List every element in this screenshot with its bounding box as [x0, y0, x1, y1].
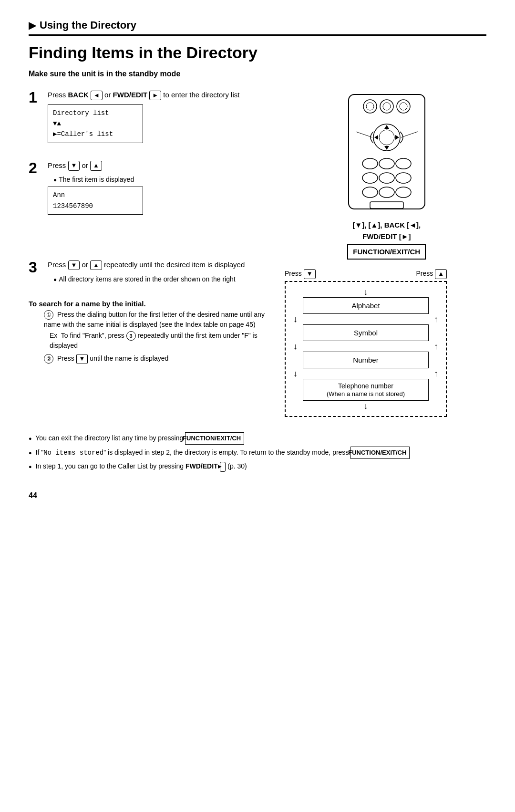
step-3: 3 Press ▼ or ▲ repeatedly until the desi… — [29, 260, 275, 286]
flow-arrow-2: ↓ — [293, 315, 298, 323]
svg-point-20 — [379, 187, 394, 198]
search-by-initial-label: To search for a name by the initial. — [29, 300, 275, 308]
step-1-content: Press BACK ◄ or FWD/EDIT ► to enter the … — [48, 90, 273, 147]
svg-rect-24 — [370, 202, 403, 208]
flow-arrow-3: ↓ — [293, 342, 298, 351]
left-column: 1 Press BACK ◄ or FWD/EDIT ► to enter th… — [29, 90, 273, 260]
button-3-sym: 3 — [126, 331, 136, 341]
svg-marker-9 — [384, 125, 389, 129]
footer-function-box-2: FUNCTION/EXIT/CH — [350, 447, 410, 459]
footer-note-2b: " is displayed in step 2, the directory … — [103, 448, 350, 456]
step-2: 2 Press ▼ or ▲ The first item is display… — [29, 160, 273, 219]
step-2-text: Press ▼ or ▲ — [48, 160, 273, 171]
header-rule — [29, 34, 486, 36]
up-button-sym: ▲ — [90, 161, 102, 171]
svg-point-21 — [396, 187, 411, 198]
svg-point-4 — [366, 103, 374, 110]
footer-function-box-1: FUNCTION/EXIT/CH — [185, 432, 244, 445]
main-content: 1 Press BACK ◄ or FWD/EDIT ► to enter th… — [29, 90, 486, 260]
footer-fwdedit-bold: FWD/EDIT — [185, 462, 218, 470]
sub-steps: ① Press the dialing button for the first… — [29, 310, 275, 364]
subtitle: Make sure the unit is in the standby mod… — [29, 70, 486, 78]
svg-point-8 — [379, 130, 394, 145]
back-button-sym: ◄ — [91, 91, 103, 101]
svg-point-6 — [400, 103, 407, 110]
flow-item-number: Number — [303, 352, 429, 368]
footer-note-3: In step 1, you can go to the Caller List… — [29, 461, 486, 472]
footer-note-2: If "No items stored" is displayed in ste… — [29, 447, 486, 459]
step-3-number: 3 — [29, 260, 42, 286]
flow-press-down-label: Press ▼ — [285, 269, 316, 279]
ex-note: Ex To find "Frank", press 3 repeatedly u… — [36, 331, 275, 351]
step-3-layout: 3 Press ▼ or ▲ repeatedly until the desi… — [29, 260, 486, 417]
svg-marker-11 — [374, 135, 378, 140]
footer-note-2-mono: No items stored — [43, 449, 103, 457]
step-3-text: Press ▼ or ▲ repeatedly until the desire… — [48, 260, 275, 271]
footer-notes: You can exit the directory list any time… — [29, 432, 486, 472]
flow-chart: Press ▼ Press ▲ ↓ Alphabet ↓ ↑ Symbol ↓ … — [285, 269, 486, 417]
page-title: Finding Items in the Directory — [29, 43, 486, 62]
sub-step-2: ② Press ▼ until the name is displayed — [36, 354, 275, 364]
circle-2: ② — [44, 354, 53, 364]
sub-step-1: ① Press the dialing button for the first… — [36, 310, 275, 330]
step-1-number: 1 — [29, 90, 42, 147]
step-2-number: 2 — [29, 160, 42, 219]
svg-marker-10 — [384, 146, 389, 150]
flow-item-symbol: Symbol — [303, 324, 429, 341]
svg-point-19 — [362, 187, 378, 198]
flow-dashed-box: ↓ Alphabet ↓ ↑ Symbol ↓ ↑ Number ↓ ↑ — [285, 281, 447, 417]
step-3-bullet1: All directory items are stored in the or… — [48, 274, 275, 284]
footer-note-1: You can exit the directory list any time… — [29, 432, 486, 445]
function-exit-box: FUNCTION/EXIT/CH — [347, 244, 426, 260]
step-1: 1 Press BACK ◄ or FWD/EDIT ► to enter th… — [29, 90, 273, 147]
flow-press-up-label: Press ▲ — [416, 269, 447, 279]
down-button-sym: ▼ — [68, 161, 80, 171]
svg-point-5 — [383, 103, 391, 110]
diagram-label-line1: [▼], [▲], BACK [◄], — [347, 219, 426, 231]
flow-up-sym: ▲ — [435, 269, 447, 279]
svg-point-14 — [379, 158, 394, 169]
step-3-left: 3 Press ▼ or ▲ repeatedly until the desi… — [29, 260, 275, 417]
footer-fwd-sym: ► — [220, 462, 226, 472]
flow-arrow-up-1: ↑ — [434, 315, 438, 323]
arrow-icon: ▶ — [29, 20, 36, 31]
flow-labels-row: Press ▼ Press ▲ — [285, 269, 447, 279]
flow-item-alphabet: Alphabet — [303, 297, 429, 314]
step-1-lcd: Directory list ▼▲ ▶=Caller's list — [48, 104, 143, 143]
step-2-lcd: Ann 1234567890 — [48, 187, 143, 215]
footer-note-3-prefix: In step 1, you can go to the Caller List… — [36, 462, 185, 470]
flow-arrow-up-2: ↑ — [434, 342, 438, 351]
step-2-bullet: The first item is displayed — [48, 175, 273, 185]
svg-point-2 — [380, 100, 393, 113]
right-column: [▼], [▲], BACK [◄], FWD/EDIT [►] FUNCTIO… — [287, 90, 487, 260]
step-2-content: Press ▼ or ▲ The first item is displayed… — [48, 160, 273, 219]
phone-svg — [334, 90, 439, 214]
svg-point-16 — [362, 173, 378, 183]
flow-down-sym: ▼ — [304, 269, 316, 279]
step3-down-sym: ▼ — [68, 260, 80, 271]
step-1-text: Press BACK ◄ or FWD/EDIT ► to enter the … — [48, 90, 273, 101]
step-3-right: Press ▼ Press ▲ ↓ Alphabet ↓ ↑ Symbol ↓ … — [285, 260, 486, 417]
svg-point-15 — [396, 158, 411, 169]
header-section: ▶ Using the Directory — [29, 19, 486, 31]
svg-point-13 — [362, 158, 378, 169]
svg-point-18 — [396, 173, 411, 183]
step-3-content: Press ▼ or ▲ repeatedly until the desire… — [48, 260, 275, 286]
footer-note-1-prefix: You can exit the directory list any time… — [35, 434, 185, 442]
svg-point-1 — [363, 100, 377, 113]
footer-note-3-mid: (p. 30) — [226, 462, 247, 470]
flow-arrow-1: ↓ — [293, 288, 438, 296]
flow-arrow-up-3: ↑ — [434, 369, 438, 378]
diagram-labels: [▼], [▲], BACK [◄], FWD/EDIT [►] FUNCTIO… — [347, 219, 426, 260]
svg-line-22 — [356, 132, 372, 137]
step3-up-sym: ▲ — [90, 260, 102, 271]
header-title: Using the Directory — [40, 19, 136, 31]
page-number: 44 — [29, 491, 486, 500]
phone-diagram — [334, 90, 439, 214]
svg-marker-12 — [395, 135, 399, 140]
footer-note-2a: If " — [36, 448, 44, 456]
svg-rect-0 — [349, 94, 425, 209]
flow-arrow-5: ↓ — [293, 402, 438, 410]
step3b-down-sym: ▼ — [76, 354, 88, 364]
flow-item-telephone: Telephone number (When a name is not sto… — [303, 379, 429, 401]
